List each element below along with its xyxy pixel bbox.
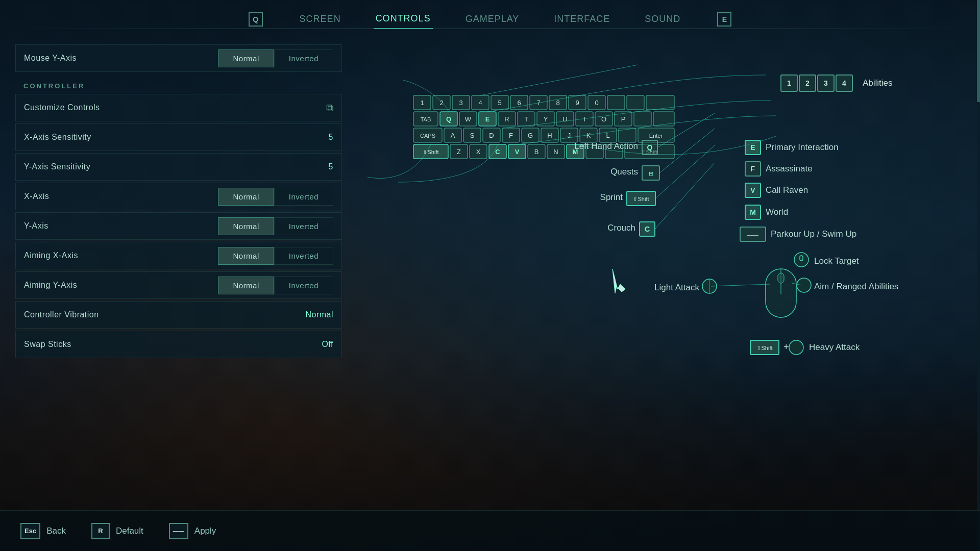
svg-text:B: B: [534, 148, 539, 156]
svg-text:1: 1: [787, 79, 791, 87]
y-axis-normal-btn[interactable]: Normal: [218, 217, 274, 235]
svg-rect-46: [653, 112, 674, 126]
svg-text:F: F: [751, 165, 755, 173]
svg-text:4: 4: [842, 79, 846, 87]
svg-line-142: [711, 284, 770, 286]
svg-point-132: [794, 253, 808, 267]
svg-text:⇧Shift: ⇧Shift: [756, 345, 772, 351]
aiming-x-inverted-btn[interactable]: Inverted: [274, 247, 333, 265]
svg-text:Abilities: Abilities: [863, 78, 893, 88]
svg-text:U: U: [562, 115, 567, 123]
swap-sticks-value[interactable]: Off: [322, 340, 333, 349]
mouse-y-axis-toggle: Normal Inverted: [218, 49, 333, 67]
svg-text:P: P: [621, 115, 626, 123]
x-axis-sensitivity-value[interactable]: 5: [329, 133, 333, 142]
svg-text:2: 2: [805, 79, 810, 87]
x-axis-normal-btn[interactable]: Normal: [218, 188, 274, 206]
back-label: Back: [46, 526, 66, 536]
e-key-badge: E: [717, 12, 731, 27]
svg-text:A: A: [451, 132, 455, 139]
svg-text:K: K: [586, 132, 591, 139]
svg-marker-149: [612, 269, 625, 293]
svg-text:G: G: [528, 132, 533, 139]
y-axis-toggle: Normal Inverted: [218, 217, 333, 235]
svg-text:L: L: [606, 132, 609, 139]
mouse-y-axis-inverted-btn[interactable]: Inverted: [274, 49, 333, 67]
svg-text:Quests: Quests: [610, 167, 638, 177]
bottom-bar: Esc Back R Default —— Apply: [0, 510, 980, 551]
tab-interface[interactable]: Interface: [552, 10, 612, 29]
y-axis-label: Y-Axis: [24, 221, 218, 231]
svg-text:Assassinate: Assassinate: [766, 164, 813, 173]
svg-text:Aim / Ranged Abilities: Aim / Ranged Abilities: [814, 282, 898, 291]
svg-text:Heavy Attack: Heavy Attack: [809, 342, 860, 352]
mouse-y-axis-row: Mouse Y-Axis Normal Inverted: [15, 44, 342, 72]
customize-controls-row[interactable]: Customize Controls ⧉: [15, 94, 342, 121]
controller-vibration-value[interactable]: Normal: [305, 310, 333, 319]
customize-controls-label: Customize Controls: [24, 103, 326, 112]
svg-text:CAPS: CAPS: [420, 133, 435, 139]
svg-line-115: [655, 163, 715, 229]
nav-divider: [0, 29, 980, 29]
y-axis-row: Y-Axis Normal Inverted: [15, 212, 342, 240]
keybind-diagram-svg: 1 2 3 4 5 6 7 8 9: [357, 39, 919, 396]
top-navigation: Q Screen Controls Gameplay Interface Sou…: [0, 0, 980, 29]
x-axis-sensitivity-label: X-Axis Sensitivity: [24, 133, 329, 142]
svg-text:Left Hand Action: Left Hand Action: [574, 141, 638, 151]
svg-text:E: E: [750, 143, 755, 152]
svg-text:+: +: [783, 342, 789, 352]
svg-text:9: 9: [575, 99, 579, 107]
svg-text:Crouch: Crouch: [607, 223, 635, 233]
svg-text:⊞: ⊞: [649, 170, 653, 177]
esc-key: Esc: [20, 523, 40, 539]
svg-text:1: 1: [420, 99, 424, 107]
svg-text:5: 5: [498, 99, 501, 107]
tab-gameplay[interactable]: Gameplay: [463, 10, 522, 29]
svg-text:Y: Y: [544, 115, 548, 123]
main-content: Mouse Y-Axis Normal Inverted CONTROLLER …: [0, 29, 980, 529]
tab-controls[interactable]: Controls: [374, 9, 433, 29]
controller-vibration-label: Controller Vibration: [24, 310, 305, 319]
svg-text:World: World: [766, 207, 788, 217]
svg-text:Sprint: Sprint: [600, 192, 623, 202]
apply-label: Apply: [194, 526, 216, 536]
svg-text:C: C: [645, 225, 650, 233]
svg-text:⇧Shift: ⇧Shift: [633, 196, 649, 202]
svg-text:Enter: Enter: [649, 133, 663, 139]
aiming-x-normal-btn[interactable]: Normal: [218, 247, 274, 265]
svg-text:V: V: [750, 186, 755, 194]
controller-section-header: CONTROLLER: [15, 74, 342, 94]
svg-rect-20: [607, 95, 625, 110]
svg-text:J: J: [568, 132, 571, 139]
aiming-x-axis-row: Aiming X-Axis Normal Inverted: [15, 242, 342, 269]
back-action[interactable]: Esc Back: [20, 523, 66, 539]
svg-text:6: 6: [517, 99, 521, 107]
aiming-y-inverted-btn[interactable]: Inverted: [274, 277, 333, 294]
x-axis-inverted-btn[interactable]: Inverted: [274, 188, 333, 206]
y-axis-sensitivity-row: Y-Axis Sensitivity 5: [15, 153, 342, 181]
aiming-x-axis-label: Aiming X-Axis: [24, 251, 218, 260]
aiming-y-toggle: Normal Inverted: [218, 277, 333, 294]
svg-text:0: 0: [595, 99, 598, 107]
svg-text:C: C: [495, 148, 500, 156]
x-axis-sensitivity-row: X-Axis Sensitivity 5: [15, 123, 342, 151]
tab-sound[interactable]: Sound: [643, 10, 682, 29]
y-axis-sensitivity-value[interactable]: 5: [329, 162, 333, 171]
default-action[interactable]: R Default: [91, 523, 143, 539]
svg-text:V: V: [515, 148, 520, 156]
mouse-y-axis-normal-btn[interactable]: Normal: [218, 49, 274, 67]
svg-point-147: [789, 340, 803, 355]
svg-text:4: 4: [478, 99, 482, 107]
svg-rect-141: [778, 273, 784, 283]
svg-text:Z: Z: [457, 148, 461, 156]
svg-text:TAB: TAB: [421, 116, 431, 122]
svg-text:3: 3: [459, 99, 462, 107]
svg-text:Parkour Up / Swim Up: Parkour Up / Swim Up: [771, 229, 856, 239]
aiming-y-normal-btn[interactable]: Normal: [218, 277, 274, 294]
svg-point-138: [797, 278, 811, 292]
y-axis-inverted-btn[interactable]: Inverted: [274, 217, 333, 235]
r-key: R: [91, 523, 110, 539]
y-axis-sensitivity-label: Y-Axis Sensitivity: [24, 162, 329, 171]
apply-action[interactable]: —— Apply: [169, 523, 216, 539]
tab-screen[interactable]: Screen: [298, 10, 343, 29]
